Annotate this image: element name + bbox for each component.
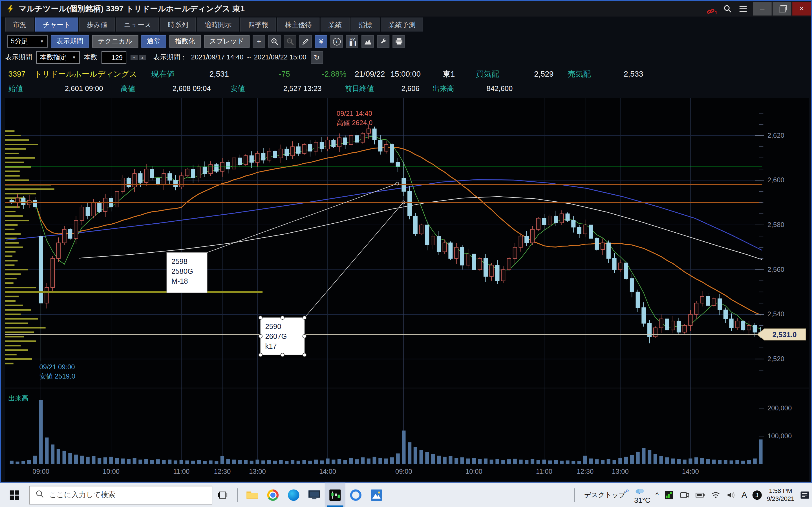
high-price: 2,608 09:04 [156, 82, 211, 95]
count-input[interactable]: 129 [101, 51, 126, 64]
tray-wifi-icon[interactable] [711, 490, 721, 500]
tray-volume-icon[interactable] [726, 490, 737, 500]
file-explorer-icon[interactable] [242, 483, 262, 507]
restore-button[interactable] [772, 2, 791, 15]
photos-icon[interactable] [366, 483, 387, 507]
candle-body [261, 154, 265, 160]
selection-handle[interactable] [281, 353, 285, 357]
hidden-icons-chevron[interactable]: ^ [656, 491, 659, 499]
candle-body [98, 203, 101, 212]
desktop-toolbar[interactable]: デスクトップ» [584, 490, 629, 499]
tab-ayumine[interactable]: 歩み値 [79, 17, 115, 32]
candle-body [21, 198, 25, 205]
selection-handle[interactable] [259, 334, 262, 338]
minimize-button[interactable]: – [753, 2, 772, 15]
count-stepper[interactable]: ▼▲ [131, 55, 146, 60]
remote-desktop-icon[interactable] [304, 483, 324, 507]
weather-widget[interactable]: 31°C [634, 486, 650, 504]
tab-disclosure[interactable]: 適時開示 [197, 17, 239, 32]
high-label: 高値 [121, 82, 135, 95]
candle-body [718, 298, 721, 310]
tray-chart-icon[interactable] [664, 490, 674, 500]
tab-yutai[interactable]: 株主優待 [277, 17, 320, 32]
task-view-button[interactable] [212, 483, 233, 507]
notification-center-icon[interactable] [800, 490, 810, 500]
reset-range-button[interactable]: ↻ [310, 51, 323, 64]
volume-profile-bar [5, 323, 28, 324]
yen-icon[interactable]: ¥ [315, 35, 327, 48]
volume-profile-bar [5, 309, 31, 311]
open-label: 始値 [8, 82, 22, 95]
crosshair-icon[interactable]: + [253, 35, 265, 48]
candle-body [700, 297, 704, 303]
tab-gyoseki[interactable]: 業績 [320, 17, 350, 32]
candle-body [332, 140, 335, 147]
candle-body [642, 307, 645, 323]
selection-handle[interactable] [303, 316, 306, 320]
search-icon[interactable] [721, 2, 734, 15]
ime-mode-icon[interactable]: A [742, 490, 747, 499]
link-icon[interactable]: 1 [705, 2, 719, 15]
wrench-icon[interactable] [377, 35, 389, 48]
volume-profile-bar [5, 179, 29, 181]
start-button[interactable] [0, 483, 20, 507]
price-chart[interactable]: 出来高200,000100,00009:0010:0011:0012:3013:… [5, 98, 809, 481]
selection-handle[interactable] [303, 353, 306, 357]
period-mode-dropdown[interactable]: 本数指定▼ [36, 51, 80, 64]
selection-handle[interactable] [259, 353, 262, 357]
tab-shikiho[interactable]: 四季報 [241, 17, 276, 32]
candle-body [460, 247, 464, 265]
spread-button[interactable]: スプレッド [204, 35, 250, 48]
step-down-icon[interactable]: ▼ [131, 55, 138, 60]
chevron-down-icon: ▼ [40, 39, 44, 44]
edge-icon[interactable] [283, 483, 304, 507]
chrome-icon[interactable] [262, 483, 283, 507]
zoom-in-icon[interactable] [268, 35, 281, 48]
price-change-pct: -2.88% [304, 67, 347, 81]
printer-icon[interactable] [393, 35, 405, 48]
close-button[interactable]: × [792, 2, 811, 15]
tab-shihyo[interactable]: 指標 [351, 17, 380, 32]
zoom-out-icon[interactable] [284, 35, 296, 48]
selection-handle[interactable] [259, 316, 262, 320]
range-label: 表示期間： [153, 53, 187, 62]
volume-pane-title: 出来高 [8, 394, 29, 402]
menu-icon[interactable] [737, 2, 750, 15]
volume-bar [203, 461, 207, 464]
tab-timeseries[interactable]: 時系列 [160, 17, 196, 32]
selection-handle[interactable] [303, 334, 306, 338]
candle-body [396, 162, 400, 167]
selection-handle[interactable] [281, 316, 285, 320]
candle-body [753, 326, 757, 332]
indexing-button[interactable]: 指数化 [169, 35, 201, 48]
tray-camera-icon[interactable] [679, 490, 690, 500]
volume-bar [507, 459, 511, 464]
candle-body [115, 191, 119, 207]
taskbar-clock[interactable]: 1:58 PM9/23/2021 [767, 487, 794, 503]
candle-body [226, 162, 230, 169]
volume-profile-bar [5, 260, 17, 262]
taskbar-search[interactable]: ここに入力して検索 [29, 486, 212, 504]
interval-dropdown[interactable]: 5分足▼ [7, 35, 48, 48]
step-up-icon[interactable]: ▲ [139, 55, 146, 60]
time-axis-label: 09:00 [33, 467, 49, 475]
tab-market[interactable]: 市況 [5, 17, 34, 32]
trading-app-icon[interactable] [325, 483, 345, 507]
tab-news[interactable]: ニュース [116, 17, 159, 32]
technical-button[interactable]: テクニカル [92, 35, 138, 48]
tab-chart[interactable]: チャート [35, 17, 78, 32]
open-price: 2,601 09:00 [50, 82, 103, 95]
price-axis-label: 2,580 [767, 221, 784, 228]
info-icon[interactable]: i [331, 35, 343, 48]
pencil-icon[interactable] [299, 35, 312, 48]
tray-battery-icon[interactable] [695, 490, 705, 500]
display-period-button[interactable]: 表示期間 [51, 35, 89, 48]
area-chart-icon[interactable] [361, 35, 374, 48]
my-indicator-icon[interactable]: MY▐▌▐ [346, 35, 358, 48]
normal-button[interactable]: 通常 [141, 35, 166, 48]
tab-forecast[interactable]: 業績予測 [380, 17, 423, 32]
blue-ring-app-icon[interactable] [345, 483, 366, 507]
candle-body [741, 321, 745, 330]
candle-body [495, 265, 499, 281]
ime-lang-icon[interactable]: J [752, 490, 762, 499]
